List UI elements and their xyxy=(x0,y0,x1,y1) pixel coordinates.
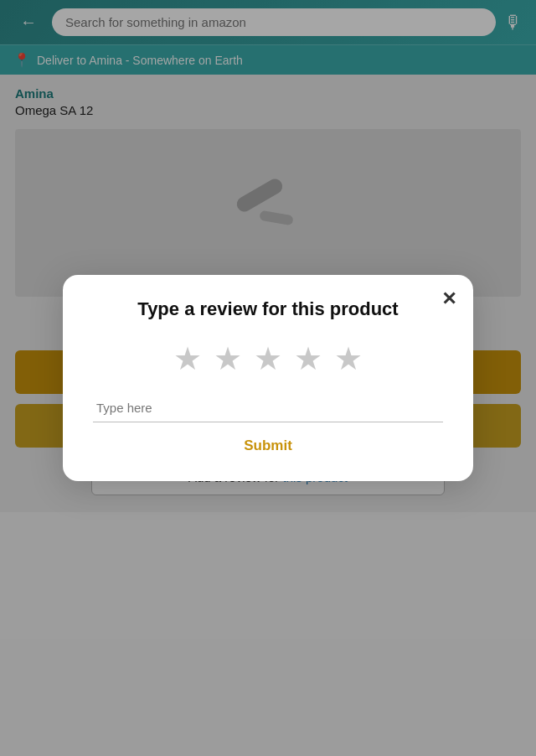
modal-title: Type a review for this product xyxy=(93,298,443,320)
star-4[interactable]: ★ xyxy=(294,340,322,377)
modal-overlay: ✕ Type a review for this product ★ ★ ★ ★… xyxy=(0,0,536,756)
modal-close-button[interactable]: ✕ xyxy=(441,288,456,310)
star-2[interactable]: ★ xyxy=(214,340,242,377)
star-1[interactable]: ★ xyxy=(173,340,202,377)
star-5[interactable]: ★ xyxy=(334,340,363,377)
star-3[interactable]: ★ xyxy=(254,340,282,377)
modal-stars: ★ ★ ★ ★ ★ xyxy=(93,340,443,377)
review-input-row xyxy=(93,396,443,422)
review-input[interactable] xyxy=(93,396,443,422)
review-modal: ✕ Type a review for this product ★ ★ ★ ★… xyxy=(63,275,473,481)
modal-submit-button[interactable]: Submit xyxy=(244,438,292,454)
